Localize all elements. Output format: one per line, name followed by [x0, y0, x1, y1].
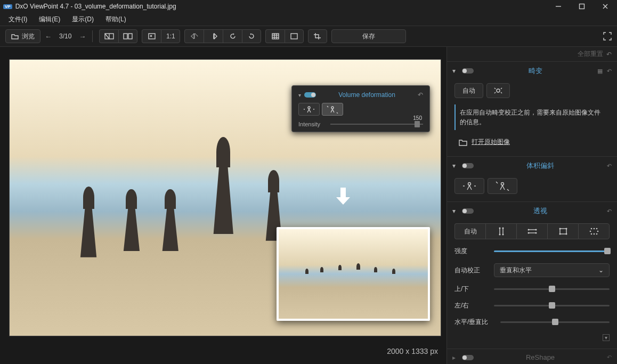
fit-button[interactable] [142, 29, 161, 43]
minimize-button[interactable] [547, 0, 570, 13]
section-title-volume: 体积偏斜 [478, 161, 603, 171]
section-title-reshape: ReShape [478, 353, 603, 361]
browse-label: 浏览 [22, 32, 35, 41]
slider-thumb[interactable] [604, 248, 611, 254]
svg-point-40 [589, 231, 591, 232]
folder-icon [11, 33, 19, 39]
distortion-manual-button[interactable] [486, 83, 510, 98]
volume-mode-diagonal-button[interactable] [322, 103, 343, 116]
window-titlebar: VP DxO ViewPoint 4.7 - 03_volume_deforma… [0, 0, 617, 13]
fullscreen-button[interactable] [603, 32, 612, 41]
volume-mode-h-button[interactable] [454, 178, 484, 194]
svg-point-29 [527, 229, 529, 231]
grid-button[interactable] [265, 29, 285, 43]
volume-mode-horizontal-button[interactable] [298, 103, 320, 116]
browse-button[interactable]: 浏览 [5, 29, 40, 43]
crop-button[interactable] [308, 29, 327, 43]
arrow-down-icon [335, 187, 351, 206]
flip-h-button[interactable] [184, 29, 204, 43]
distortion-toggle[interactable] [462, 68, 474, 74]
intensity-value: 150 [413, 115, 422, 121]
slider-thumb[interactable] [549, 286, 555, 292]
slider-thumb[interactable] [552, 319, 558, 325]
chevron-down-icon[interactable]: ▾ [452, 67, 458, 75]
reset-icon[interactable]: ↶ [607, 163, 612, 169]
up-down-slider[interactable] [494, 288, 610, 290]
8point-icon [589, 227, 599, 236]
perspective-vertical-button[interactable] [485, 223, 516, 239]
nav-next-button[interactable]: → [79, 33, 86, 41]
compare-side-button[interactable] [118, 29, 137, 43]
slider-thumb[interactable] [549, 302, 555, 309]
volume-toggle[interactable] [462, 163, 474, 168]
volume-mode-d-button[interactable] [488, 178, 517, 194]
reset-icon[interactable]: ↶ [607, 354, 612, 361]
volume-deformation-overlay: ▾ Volume deformation ↶ Intensity 150 [291, 85, 430, 132]
rotate-cw-button[interactable] [242, 29, 261, 43]
reshape-toggle[interactable] [462, 355, 474, 360]
intensity-label: Intensity [298, 121, 325, 127]
svg-rect-10 [272, 34, 279, 39]
chevron-down-icon[interactable]: ▾ [452, 162, 458, 169]
rect-icon [558, 227, 568, 236]
reset-all-button[interactable]: 全部重置 [578, 50, 603, 59]
preset-icon[interactable]: ▦ [597, 68, 603, 75]
perspective-rectangle-button[interactable] [547, 223, 578, 239]
perspective-horizontal-button[interactable] [516, 223, 547, 239]
compare-split-button[interactable] [99, 29, 118, 43]
undo-icon[interactable]: ↶ [418, 91, 423, 99]
person-arrows-h-icon [462, 181, 476, 191]
perspective-toggle[interactable] [462, 208, 474, 214]
svg-point-45 [593, 233, 595, 235]
distortion-auto-button[interactable]: 自动 [454, 83, 483, 98]
intensity-slider[interactable] [494, 250, 610, 252]
svg-rect-8 [128, 34, 132, 39]
undo-icon[interactable]: ↶ [606, 51, 612, 58]
svg-rect-33 [560, 229, 566, 234]
left-right-slider[interactable] [494, 305, 610, 306]
guides-button[interactable] [285, 29, 304, 43]
menu-file[interactable]: 文件(I) [6, 14, 29, 25]
open-original-label: 打开原始图像 [472, 137, 510, 147]
section-perspective: ▾ 透视 ↶ 自动 强度 自动校正 [447, 202, 617, 349]
expand-icon[interactable]: ▾ [603, 334, 610, 341]
svg-rect-7 [124, 34, 127, 39]
zoom-100-button[interactable]: 1:1 [161, 29, 180, 43]
reset-icon[interactable]: ↶ [607, 208, 612, 215]
chevron-right-icon[interactable]: ▸ [452, 354, 458, 361]
menu-view[interactable]: 显示(D) [70, 14, 96, 25]
section-volume: ▾ 体积偏斜 ↶ [447, 157, 617, 202]
folder-icon [459, 139, 467, 146]
rotate-ccw-icon [229, 33, 237, 39]
close-button[interactable] [594, 0, 617, 13]
chevron-down-icon[interactable]: ▾ [452, 207, 458, 215]
image-dimensions: 2000 x 1333 px [387, 347, 438, 355]
maximize-button[interactable] [570, 0, 594, 13]
auto-correct-select[interactable]: 垂直和水平 ⌄ [494, 263, 610, 277]
svg-point-38 [590, 228, 592, 230]
toolbar: 浏览 ← 3/10 → 1:1 保存 [0, 26, 617, 47]
menu-edit[interactable]: 编辑(E) [37, 14, 62, 25]
overlay-intensity-slider[interactable]: 150 [330, 124, 423, 125]
flip-v-button[interactable] [204, 29, 223, 43]
section-reshape: ▸ ReShape ↶ [447, 349, 617, 364]
side-icon [123, 33, 133, 39]
open-original-link[interactable]: 打开原始图像 [454, 135, 610, 149]
svg-point-30 [535, 229, 537, 231]
hv-ratio-slider[interactable] [500, 321, 610, 323]
reset-icon[interactable]: ↶ [607, 68, 612, 75]
save-label: 保存 [362, 32, 375, 41]
chevron-down-icon[interactable]: ▾ [298, 92, 301, 98]
perspective-8point-button[interactable] [578, 223, 610, 239]
rotate-ccw-button[interactable] [223, 29, 242, 43]
nav-prev-button[interactable]: ← [45, 33, 52, 41]
svg-rect-1 [580, 4, 584, 9]
fit-icon [148, 33, 156, 39]
right-panel: 全部重置 ↶ ▾ 畸变 ▦↶ 自动 在应用自动畸变校正之前，需要来自原始图像文件… [446, 47, 617, 364]
save-button[interactable]: 保存 [331, 29, 406, 43]
menu-help[interactable]: 帮助(L) [103, 14, 128, 25]
image-viewer[interactable]: ▾ Volume deformation ↶ Intensity 150 [0, 47, 446, 364]
ratio-label: 1:1 [166, 33, 175, 40]
perspective-auto-button[interactable]: 自动 [454, 223, 485, 239]
overlay-toggle[interactable] [304, 92, 316, 98]
